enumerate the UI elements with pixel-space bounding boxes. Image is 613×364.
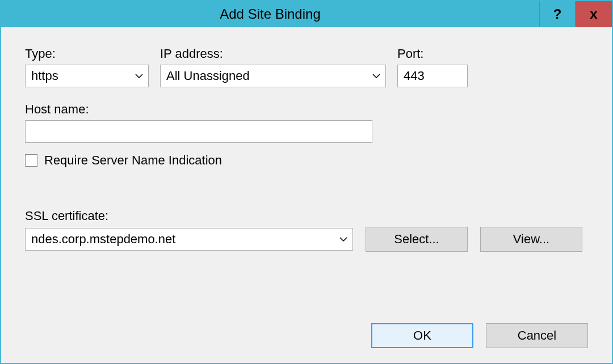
cancel-button[interactable]: Cancel (486, 323, 588, 348)
sni-row: Require Server Name Indication (25, 153, 588, 168)
title-bar: Add Site Binding ? x (1, 1, 612, 27)
ok-button[interactable]: OK (371, 323, 473, 348)
ip-select[interactable]: All Unassigned (160, 65, 386, 87)
chevron-down-icon (132, 73, 146, 79)
ssl-label: SSL certificate: (25, 209, 588, 223)
ssl-view-label: View... (513, 232, 549, 247)
host-input[interactable] (25, 120, 372, 143)
sni-checkbox[interactable] (25, 154, 37, 167)
help-button[interactable]: ? (539, 1, 576, 27)
type-select[interactable]: https (25, 65, 149, 87)
ip-value: All Unassigned (166, 69, 370, 83)
ssl-select-button[interactable]: Select... (366, 227, 468, 252)
ssl-select-label: Select... (394, 232, 439, 247)
chevron-down-icon (370, 73, 383, 79)
ssl-certificate-value: ndes.corp.mstepdemo.net (31, 232, 337, 247)
dialog-content: Type: https IP address: All Unassigned (1, 27, 612, 363)
port-input[interactable]: 443 (397, 65, 468, 87)
port-field-group: Port: 443 (397, 46, 468, 87)
dialog-title: Add Site Binding (1, 6, 539, 22)
sni-label: Require Server Name Indication (44, 153, 222, 168)
ok-label: OK (413, 328, 431, 343)
chevron-down-icon (337, 236, 350, 242)
ssl-field-group: SSL certificate: ndes.corp.mstepdemo.net… (25, 209, 588, 252)
ssl-view-button[interactable]: View... (480, 227, 582, 252)
dialog-window: Add Site Binding ? x Type: https (0, 0, 613, 364)
ssl-certificate-select[interactable]: ndes.corp.mstepdemo.net (25, 228, 353, 251)
port-value: 443 (404, 69, 425, 83)
titlebar-buttons: ? x (539, 1, 612, 27)
host-field-group: Host name: (25, 102, 588, 143)
ip-field-group: IP address: All Unassigned (160, 46, 386, 87)
close-icon: x (590, 6, 597, 22)
type-value: https (31, 69, 132, 83)
spacer (25, 252, 588, 290)
ssl-controls: ndes.corp.mstepdemo.net Select... View..… (25, 227, 588, 252)
cancel-label: Cancel (518, 328, 556, 343)
type-field-group: Type: https (25, 46, 149, 87)
type-label: Type: (25, 46, 149, 61)
host-label: Host name: (25, 102, 588, 117)
port-label: Port: (397, 46, 468, 61)
help-icon: ? (553, 6, 562, 22)
row-type-ip-port: Type: https IP address: All Unassigned (25, 46, 588, 87)
ip-label: IP address: (160, 46, 386, 61)
dialog-footer: OK Cancel (25, 323, 588, 348)
close-button[interactable]: x (576, 1, 612, 27)
